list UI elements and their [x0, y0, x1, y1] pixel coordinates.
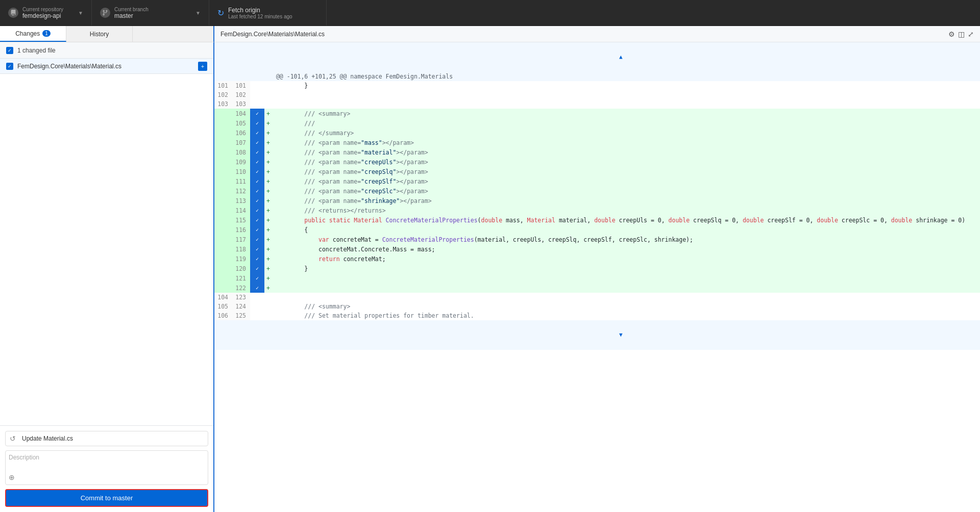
- table-row: 110 ✓ + /// <param name="creepSlq"></par…: [214, 167, 980, 176]
- description-placeholder: Description: [9, 454, 39, 461]
- hunk-header: @@ -101,6 +101,25 @@ namespace FemDesign…: [272, 72, 980, 81]
- table-row: 109 ✓ + /// <param name="creepUls"></par…: [214, 157, 980, 167]
- commit-message-input[interactable]: [20, 432, 208, 445]
- table-row: 104 ✓ + /// <summary>: [214, 109, 980, 118]
- rotate-icon: ↺: [6, 431, 20, 446]
- spacer: [0, 74, 213, 425]
- table-row: 121 ✓ +: [214, 273, 980, 283]
- tab-changes[interactable]: Changes 1: [0, 26, 66, 42]
- repo-chevron-icon: ▼: [78, 10, 83, 16]
- top-bar: Current repository femdesign-api ▼ Curre…: [0, 0, 980, 26]
- diff-table: ▲ @@ -101,6 +101,25 @@ namespace FemDesi…: [214, 42, 980, 350]
- table-row: 107 ✓ + /// <param name="mass"></param>: [214, 138, 980, 147]
- branch-icon: [100, 8, 110, 18]
- left-panel: ✓ 1 changed file ✓ FemDesign.Core\Materi…: [0, 42, 214, 512]
- repo-icon: [8, 8, 18, 18]
- table-row: 111 ✓ + /// <param name="creepSlf"></par…: [214, 176, 980, 186]
- add-co-author-icon[interactable]: ⊕: [9, 473, 15, 481]
- table-row: 122 ✓ +: [214, 283, 980, 293]
- hunk-row: @@ -101,6 +101,25 @@ namespace FemDesign…: [214, 72, 980, 81]
- description-box[interactable]: Description ⊕: [5, 450, 208, 485]
- repo-section[interactable]: Current repository femdesign-api ▼: [0, 0, 92, 25]
- tab-history[interactable]: History: [66, 26, 133, 42]
- table-row: 104123: [214, 293, 980, 302]
- table-row: 116 ✓ + {: [214, 225, 980, 235]
- table-row: 119 ✓ + return concreteMat;: [214, 254, 980, 264]
- sidebar-toggle-icon[interactable]: ◫: [958, 30, 965, 38]
- expand-row-bottom[interactable]: ▼: [214, 320, 980, 350]
- gear-icon[interactable]: ⚙: [948, 30, 955, 38]
- table-row: 108 ✓ + /// <param name="material"></par…: [214, 147, 980, 157]
- expand-icon[interactable]: ⤢: [968, 30, 974, 38]
- table-row: 114 ✓ + /// <returns></returns>: [214, 206, 980, 215]
- select-all-checkbox[interactable]: ✓: [6, 47, 13, 54]
- commit-input-row: ↺: [5, 431, 208, 446]
- file-action-icon[interactable]: +: [198, 62, 207, 71]
- changed-files-header: ✓ 1 changed file: [0, 42, 213, 59]
- table-row: 118 ✓ + concreteMat.Concrete.Mass = mass…: [214, 244, 980, 254]
- diff-content[interactable]: ▲ @@ -101,6 +101,25 @@ namespace FemDesi…: [214, 42, 980, 512]
- expand-row-top[interactable]: ▲: [214, 42, 980, 72]
- table-row: 112 ✓ + /// <param name="creepSlc"></par…: [214, 186, 980, 196]
- table-row: 113 ✓ + /// <param name="shrinkage"></pa…: [214, 196, 980, 206]
- filename: FemDesign.Core\Materials\Material.cs: [17, 63, 198, 70]
- changed-count: 1 changed file: [17, 47, 56, 54]
- table-row: 105 ✓ + ///: [214, 118, 980, 128]
- right-panel: ▲ @@ -101,6 +101,25 @@ namespace FemDesi…: [214, 42, 980, 512]
- branch-label: Current branch master: [114, 7, 149, 19]
- table-row: 115 ✓ + public static Material ConcreteM…: [214, 215, 980, 225]
- expand-up-icon[interactable]: ▲: [619, 54, 623, 60]
- repo-label: Current repository femdesign-api: [22, 7, 63, 19]
- table-row: 117 ✓ + var concreteMat = ConcreteMateri…: [214, 235, 980, 244]
- table-row: 102102: [214, 90, 980, 99]
- main-layout: ✓ 1 changed file ✓ FemDesign.Core\Materi…: [0, 42, 980, 512]
- diff-filepath: FemDesign.Core\Materials\Material.cs: [220, 31, 325, 38]
- table-row: 105124 /// <summary>: [214, 302, 980, 311]
- table-row: 101101 }: [214, 81, 980, 90]
- branch-section[interactable]: Current branch master ▼: [92, 0, 209, 25]
- commit-area: ↺ Description ⊕ Commit to master: [0, 425, 213, 512]
- commit-button[interactable]: Commit to master: [5, 489, 208, 507]
- fetch-section[interactable]: ↻ Fetch origin Last fetched 12 minutes a…: [209, 0, 327, 25]
- table-row: 103103: [214, 99, 980, 109]
- fetch-label: Fetch origin Last fetched 12 minutes ago: [228, 7, 292, 19]
- file-checkbox[interactable]: ✓: [6, 63, 13, 70]
- expand-down-icon[interactable]: ▼: [619, 331, 623, 338]
- changes-badge: 1: [42, 30, 51, 37]
- branch-chevron-icon: ▼: [195, 10, 201, 16]
- table-row: 120 ✓ + }: [214, 264, 980, 273]
- fetch-icon: ↻: [217, 8, 224, 18]
- table-row: 106 ✓ + /// </summary>: [214, 128, 980, 138]
- file-item[interactable]: ✓ FemDesign.Core\Materials\Material.cs +: [0, 59, 213, 74]
- table-row: 106125 /// Set material properties for t…: [214, 311, 980, 320]
